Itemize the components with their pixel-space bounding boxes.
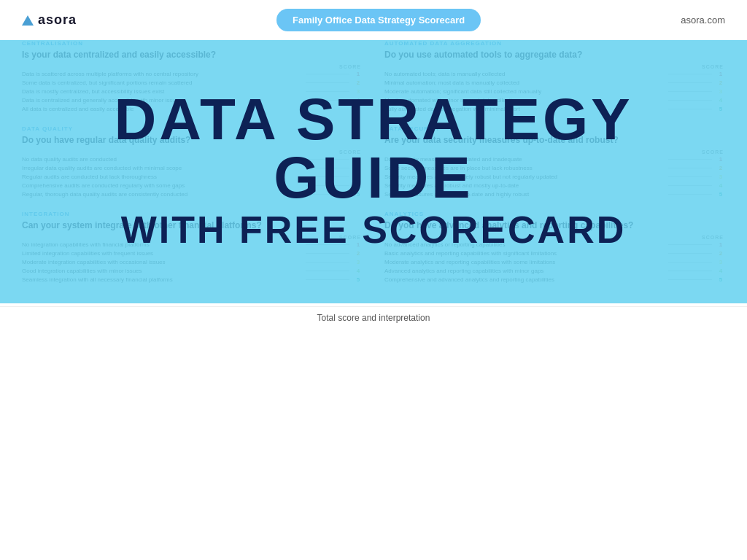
- table-row: Regular audits are conducted but lack th…: [22, 174, 363, 180]
- row-line: [306, 279, 349, 280]
- table-row: Security measures are robust and mostly …: [384, 182, 725, 189]
- row-text: No integration capabilities with financi…: [22, 241, 301, 248]
- table-row: No automated tools; data is manually col…: [384, 71, 725, 77]
- table-row: Some security measures are in place but …: [384, 165, 725, 171]
- row-line: [306, 109, 349, 109]
- row-text: All data is centralized and easily acces…: [22, 106, 301, 112]
- row-line: [668, 194, 712, 195]
- row-score: 1: [716, 241, 725, 248]
- row-score: 4: [716, 182, 725, 189]
- row-text: Limited integration capabilities with fr…: [22, 250, 301, 257]
- section-label: CENTRALISATION: [22, 40, 363, 47]
- row-text: Good integration capabilities with minor…: [22, 268, 301, 274]
- main-content: CENTRALISATIONIs your data centralized a…: [0, 40, 747, 303]
- row-text: Comprehensive audits are conducted regul…: [22, 182, 301, 189]
- row-line: [306, 271, 349, 271]
- scorecard-grid: CENTRALISATIONIs your data centralized a…: [22, 40, 725, 296]
- row-line: [668, 271, 712, 271]
- row-line: [668, 168, 712, 168]
- table-row: Advanced analytics and reporting capabil…: [384, 268, 725, 274]
- logo: asora: [22, 12, 77, 28]
- row-text: Some data is centralized, but significan…: [22, 79, 301, 86]
- scorecard-section: ANALYTICSDo you have advanced analytics …: [384, 211, 725, 283]
- row-line: [668, 185, 712, 186]
- table-row: All data is centralized and easily acces…: [22, 106, 363, 112]
- table-row: Minimal automation; most data is manuall…: [384, 79, 725, 86]
- section-question: Can your system integrate with other fin…: [22, 220, 363, 230]
- score-header: SCORE: [22, 235, 363, 240]
- row-text: Moderate automation; significant data st…: [384, 88, 664, 95]
- row-line: [306, 159, 349, 160]
- right-column: AUTOMATED DATA AGGREGATIONDo you use aut…: [384, 40, 725, 296]
- section-question: Do you have advanced analytics and repor…: [384, 220, 725, 230]
- table-row: No integration capabilities with financi…: [22, 241, 363, 248]
- row-score: 3: [716, 88, 725, 95]
- row-line: [306, 74, 349, 74]
- row-score: 3: [716, 174, 725, 180]
- row-text: Moderate integration capabilities with o…: [22, 259, 301, 265]
- row-line: [306, 91, 349, 92]
- table-row: Moderate automation; significant data st…: [384, 88, 725, 95]
- logo-icon: [22, 15, 34, 26]
- row-line: [306, 253, 349, 254]
- row-text: Data is centralized and generally access…: [22, 97, 301, 104]
- table-row: Security measures are fully up-to-date a…: [384, 191, 725, 198]
- row-text: No data quality audits are conducted: [22, 156, 301, 163]
- footer-text: Total score and interpretation: [317, 313, 430, 323]
- row-score: 3: [716, 259, 725, 265]
- row-text: Fully automated data aggregation with mi…: [384, 106, 664, 112]
- score-header: SCORE: [384, 149, 725, 155]
- row-line: [306, 185, 349, 186]
- scorecard-section: DATA QUALITYDo you have regular data qua…: [22, 125, 363, 198]
- logo-text: asora: [38, 12, 77, 28]
- table-row: Regular, thorough data quality audits ar…: [22, 191, 363, 198]
- row-text: Security measures are robust and mostly …: [384, 182, 664, 189]
- row-line: [668, 253, 712, 254]
- row-text: Minimal automation; most data is manuall…: [384, 79, 664, 86]
- row-text: Irregular data quality audits are conduc…: [22, 165, 301, 171]
- row-score: 1: [716, 156, 725, 163]
- scorecard-section: AUTOMATED DATA AGGREGATIONDo you use aut…: [384, 40, 725, 112]
- header-title-pill: Family Office Data Strategy Scorecard: [276, 9, 481, 31]
- row-text: Some security measures are in place but …: [384, 165, 664, 171]
- row-line: [668, 100, 712, 101]
- table-row: Comprehensive audits are conducted regul…: [22, 182, 363, 189]
- row-score: 2: [354, 250, 363, 257]
- row-score: 2: [716, 165, 725, 171]
- section-label: AUTOMATED DATA AGGREGATION: [384, 40, 725, 47]
- row-score: 5: [354, 276, 363, 283]
- content-wrapper: CENTRALISATIONIs your data centralized a…: [0, 40, 747, 303]
- row-score: 1: [354, 156, 363, 163]
- table-row: Good integration capabilities with minor…: [22, 268, 363, 274]
- score-header: SCORE: [384, 235, 725, 240]
- row-line: [668, 82, 712, 83]
- row-score: 2: [354, 79, 363, 86]
- left-column: CENTRALISATIONIs your data centralized a…: [22, 40, 363, 296]
- section-question: Are your data security measures up-to-da…: [384, 135, 725, 145]
- row-line: [668, 176, 712, 177]
- section-question: Is your data centralized and easily acce…: [22, 50, 363, 60]
- row-score: 4: [354, 97, 363, 104]
- row-text: Comprehensive and advanced analytics and…: [384, 276, 664, 283]
- row-score: 3: [354, 88, 363, 95]
- row-line: [668, 244, 712, 245]
- header: asora Family Office Data Strategy Scorec…: [0, 0, 747, 40]
- row-line: [306, 194, 349, 195]
- scorecard-section: DATA SECURITYAre your data security meas…: [384, 125, 725, 198]
- row-text: Advanced analytics and reporting capabil…: [384, 268, 664, 274]
- table-row: Security measures are moderately robust …: [384, 174, 725, 180]
- row-text: Security measures are moderately robust …: [384, 174, 664, 180]
- row-text: Data is scattered across multiple platfo…: [22, 71, 301, 77]
- table-row: Fully automated data aggregation with mi…: [384, 106, 725, 112]
- row-line: [306, 100, 349, 101]
- row-score: 4: [354, 268, 363, 274]
- row-score: 5: [354, 106, 363, 112]
- header-url: asora.com: [681, 15, 725, 26]
- table-row: Mostly automated with minor manual data …: [384, 97, 725, 104]
- row-text: Data is mostly centralized, but accessib…: [22, 88, 301, 95]
- scorecard-section: INTEGRATIONCan your system integrate wit…: [22, 211, 363, 283]
- table-row: Seamless integration with all necessary …: [22, 276, 363, 283]
- table-row: Data is centralized and generally access…: [22, 97, 363, 104]
- row-line: [668, 74, 712, 74]
- score-header: SCORE: [22, 149, 363, 155]
